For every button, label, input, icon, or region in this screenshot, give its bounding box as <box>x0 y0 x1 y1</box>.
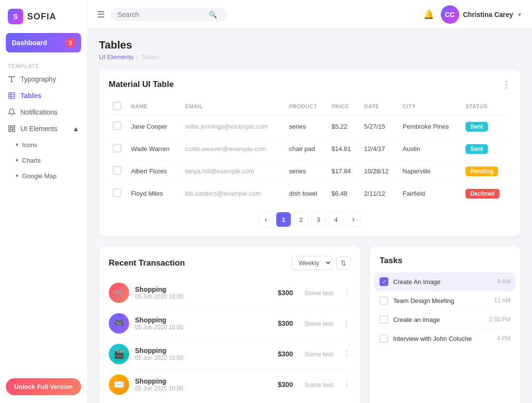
page-4-button[interactable]: 4 <box>329 212 343 227</box>
transaction-amount: $300 <box>278 381 293 388</box>
cell-price: $17.84 <box>328 160 360 183</box>
breadcrumb-parent[interactable]: UI Elements <box>99 53 133 61</box>
col-product: PRODUCT <box>285 98 328 116</box>
card-header: Material UI Table ⋮ <box>109 79 511 90</box>
row-checkbox[interactable] <box>113 121 121 130</box>
task-item: Create an image 2:35 PM <box>380 310 511 329</box>
notifications-icon <box>8 108 16 116</box>
transaction-more-button[interactable]: ⋮ <box>343 350 350 359</box>
transaction-more-button[interactable]: ⋮ <box>343 380 350 389</box>
transaction-icon: 🎬 <box>109 344 129 364</box>
sidebar-item-icons[interactable]: Icons <box>16 137 87 152</box>
more-options-button[interactable]: ⋮ <box>502 79 511 90</box>
logo-icon: S <box>8 9 23 24</box>
task-time: 9 AM <box>498 278 511 285</box>
row-checkbox[interactable] <box>113 188 121 197</box>
user-menu[interactable]: CC Christina Carey ▼ <box>441 5 522 24</box>
typography-label: Typography <box>20 75 56 83</box>
avatar: CC <box>441 5 459 24</box>
cell-date: 2/11/12 <box>360 183 399 205</box>
transaction-icon: ✉️ <box>109 374 129 395</box>
transaction-date: 05 Jun 2020 10:00 <box>135 385 183 392</box>
tables-icon <box>8 92 16 100</box>
unlock-button[interactable]: Unlock Full Version <box>6 378 81 395</box>
sidebar-item-tables[interactable]: Tables <box>0 87 87 104</box>
col-email: EMAIL <box>181 98 285 116</box>
transaction-date: 05 Jun 2020 10:00 <box>135 354 183 361</box>
header-right: 🔔 CC Christina Carey ▼ <box>423 5 522 24</box>
svg-rect-9 <box>9 129 11 132</box>
svg-rect-8 <box>12 129 15 132</box>
row-checkbox[interactable] <box>113 166 121 175</box>
next-page-button[interactable]: › <box>346 212 361 227</box>
content-area: Tables UI Elements / Tables Material UI … <box>87 29 532 403</box>
filter-row: Weekly ⇅ <box>291 256 350 270</box>
sidebar-item-ui-elements[interactable]: UI Elements ▲ <box>0 120 87 137</box>
transaction-icon: 🎮 <box>109 313 129 334</box>
page-3-button[interactable]: 3 <box>311 212 326 227</box>
task-label: Team Design Meeting <box>393 297 489 304</box>
search-icon: 🔍 <box>209 11 217 18</box>
transaction-item: 🛒 Shopping 05 Jun 2020 10:00 $300 Some t… <box>109 278 350 308</box>
search-input[interactable] <box>117 11 205 18</box>
tasks-title: Tasks <box>380 256 511 266</box>
task-checkbox[interactable] <box>380 315 388 324</box>
cell-product: series <box>285 116 328 138</box>
task-checkbox[interactable] <box>380 296 388 305</box>
dashboard-button[interactable]: Dashboard 3 <box>6 33 81 52</box>
prev-page-button[interactable]: ‹ <box>259 212 273 227</box>
cell-product: chair pad <box>285 138 328 160</box>
sidebar-submenu: Icons Charts Google Map <box>0 137 87 184</box>
transaction-more-button[interactable]: ⋮ <box>343 319 350 328</box>
sidebar-item-charts[interactable]: Charts <box>16 152 87 168</box>
sidebar-item-notifications[interactable]: Notifications <box>0 104 87 120</box>
cell-status: Sent <box>462 116 511 138</box>
weekly-filter-select[interactable]: Weekly <box>291 256 332 270</box>
ui-elements-icon <box>8 125 16 133</box>
icons-label: Icons <box>22 141 37 149</box>
chevron-down-icon: ▼ <box>517 12 522 17</box>
transaction-item: ✉️ Shopping 05 Jun 2020 10:00 $300 Some … <box>109 369 350 400</box>
col-name: NAME <box>127 98 181 116</box>
task-item: ✓ Create An Image 9 AM <box>375 272 515 291</box>
filter-icon-button[interactable]: ⇅ <box>336 256 350 269</box>
page-2-button[interactable]: 2 <box>294 212 308 227</box>
breadcrumb-separator: / <box>136 53 138 61</box>
notifications-label: Notifications <box>20 108 57 116</box>
transaction-amount: $300 <box>278 350 293 358</box>
cell-date: 5/27/15 <box>360 116 399 138</box>
transaction-date: 05 Jun 2020 10:00 <box>135 293 183 300</box>
recent-transaction-card: Recent Transaction Weekly ⇅ 🛒 Shopping 0… <box>99 246 360 403</box>
sidebar-item-typography[interactable]: Typography <box>0 71 87 87</box>
cell-status: Declined <box>462 183 511 205</box>
cell-price: $14.81 <box>328 138 360 160</box>
transaction-header: Recent Transaction Weekly ⇅ <box>109 256 350 270</box>
transaction-title: Recent Transaction <box>109 258 185 268</box>
sidebar-item-google-map[interactable]: Google Map <box>16 168 87 184</box>
transaction-more-button[interactable]: ⋮ <box>343 288 350 298</box>
cell-name: Wade Warren <box>127 138 181 160</box>
menu-button[interactable]: ☰ <box>97 9 105 20</box>
transaction-description: Some text <box>304 351 333 358</box>
transaction-description: Some text <box>304 320 333 327</box>
transaction-icon: 🛒 <box>109 283 129 303</box>
task-checkbox[interactable]: ✓ <box>380 277 388 286</box>
cell-city: Pembroke Pines <box>399 116 462 138</box>
cell-status: Pending <box>462 160 511 183</box>
tasks-card: Tasks ✓ Create An Image 9 AM Team Design… <box>370 246 520 403</box>
select-all-checkbox[interactable] <box>113 101 121 110</box>
bottom-grid: Recent Transaction Weekly ⇅ 🛒 Shopping 0… <box>99 246 520 403</box>
page-title: Tables <box>99 39 520 51</box>
cell-price: $5.22 <box>328 116 360 138</box>
task-checkbox[interactable] <box>380 334 388 343</box>
breadcrumb-current: Tables <box>141 53 159 61</box>
task-time: 2:35 PM <box>489 316 511 323</box>
row-checkbox[interactable] <box>113 144 121 152</box>
cell-date: 10/28/12 <box>360 160 399 183</box>
cell-product: dish towel <box>285 183 328 205</box>
notification-bell-button[interactable]: 🔔 <box>423 9 434 20</box>
transaction-label: Shopping <box>135 316 183 324</box>
material-table-title: Material UI Table <box>109 80 174 89</box>
cell-city: Naperville <box>399 160 462 183</box>
page-1-button[interactable]: 1 <box>276 212 291 227</box>
